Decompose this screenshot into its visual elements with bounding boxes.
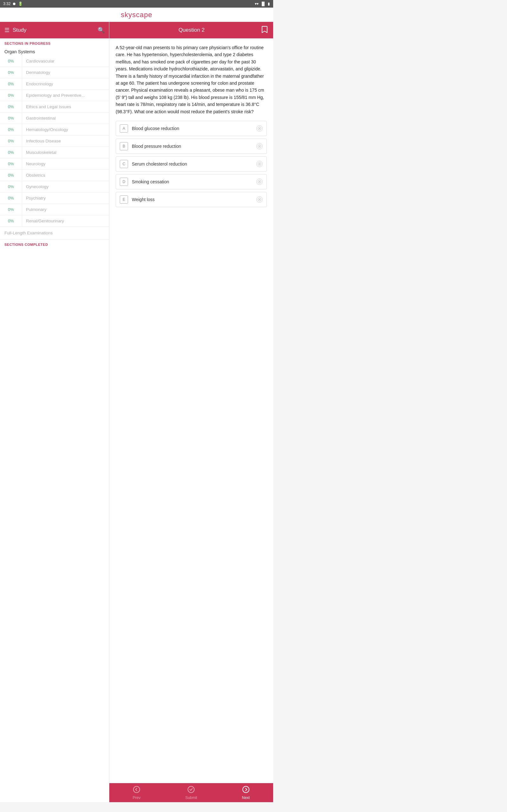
option-e-clear[interactable] — [257, 196, 263, 203]
list-item[interactable]: 0% Cardiovascular — [0, 55, 109, 67]
option-d-label: D — [120, 177, 128, 186]
section-percent: 0% — [0, 67, 22, 78]
bookmark-icon[interactable] — [261, 26, 268, 35]
section-name: Infectious Disease — [22, 136, 109, 147]
question-content: A 52-year-old man presents to his primar… — [109, 38, 273, 783]
status-bar: 3:32 ⏺ 🔋 ▾▾ ▐▌ ▮ — [0, 0, 273, 8]
left-panel: ☰ Study 🔍 SECTIONS IN PROGRESS Organ Sys… — [0, 22, 109, 802]
next-button[interactable]: Next — [219, 783, 273, 802]
section-percent: 0% — [0, 193, 22, 204]
list-item[interactable]: 0% Infectious Disease — [0, 136, 109, 147]
section-name: Neurology — [22, 158, 109, 169]
option-c-clear[interactable] — [257, 161, 263, 167]
list-item[interactable]: 0% Neurology — [0, 158, 109, 170]
time-display: 3:32 — [3, 2, 10, 6]
next-label: Next — [242, 796, 250, 800]
left-header-title: Study — [13, 27, 95, 33]
right-header: Question 2 — [109, 22, 273, 38]
section-percent: 0% — [0, 181, 22, 192]
section-name: Dermatology — [22, 67, 109, 78]
list-item[interactable]: 0% Dermatology — [0, 67, 109, 78]
option-b-text: Blood pressure reduction — [132, 144, 257, 149]
sections-in-progress-label: SECTIONS IN PROGRESS — [0, 38, 109, 47]
section-name: Psychiatry — [22, 193, 109, 204]
list-item[interactable]: 0% Pulmonary — [0, 204, 109, 215]
full-length-examinations[interactable]: Full-Length Examinations — [0, 227, 109, 240]
left-header: ☰ Study 🔍 — [0, 22, 109, 38]
list-item[interactable]: 0% Gastrointestinal — [0, 113, 109, 124]
option-c[interactable]: C Serum cholesterol reduction — [116, 156, 267, 171]
section-percent: 0% — [0, 204, 22, 215]
main-layout: ☰ Study 🔍 SECTIONS IN PROGRESS Organ Sys… — [0, 22, 273, 802]
list-item[interactable]: 0% Obstetrics — [0, 170, 109, 181]
right-panel: Question 2 A 52-year-old man presents to… — [109, 22, 273, 802]
svg-point-17 — [243, 786, 249, 793]
section-name: Gynecology — [22, 181, 109, 192]
prev-icon — [133, 786, 140, 795]
section-percent: 0% — [0, 90, 22, 101]
next-icon — [242, 786, 250, 795]
section-percent: 0% — [0, 101, 22, 112]
section-percent: 0% — [0, 78, 22, 90]
svg-point-15 — [133, 786, 140, 793]
option-d[interactable]: D Smoking cessation — [116, 174, 267, 189]
option-d-clear[interactable] — [257, 179, 263, 185]
list-item[interactable]: 0% Musculoskeletal — [0, 147, 109, 158]
option-b[interactable]: B Blood pressure reduction — [116, 139, 267, 154]
option-b-clear[interactable] — [257, 143, 263, 149]
app-header: skyscape — [0, 8, 273, 22]
section-name: Gastrointestinal — [22, 113, 109, 124]
svg-point-16 — [188, 786, 194, 793]
section-name: Renal/Genitourinary — [22, 215, 109, 226]
organ-systems-label: Organ Systems — [0, 47, 109, 55]
section-name: Ethics and Legal Issues — [22, 101, 109, 112]
option-a-clear[interactable] — [257, 125, 263, 132]
option-d-text: Smoking cessation — [132, 179, 257, 184]
section-name: Pulmonary — [22, 204, 109, 215]
section-percent: 0% — [0, 158, 22, 169]
search-icon[interactable]: 🔍 — [98, 27, 105, 34]
sections-completed-label: SECTIONS COMPLETED — [0, 240, 109, 248]
section-name: Obstetrics — [22, 170, 109, 181]
list-item[interactable]: 0% Renal/Genitourinary — [0, 215, 109, 227]
section-percent: 0% — [0, 136, 22, 147]
wifi-icon: ▾▾ — [255, 2, 259, 6]
prev-label: Prev — [133, 796, 141, 800]
option-c-label: C — [120, 160, 128, 168]
app-title: skyscape — [0, 11, 273, 19]
status-left: 3:32 ⏺ 🔋 — [3, 2, 23, 6]
section-percent: 0% — [0, 170, 22, 181]
section-percent: 0% — [0, 113, 22, 124]
option-e[interactable]: E Weight loss — [116, 192, 267, 207]
list-item[interactable]: 0% Psychiatry — [0, 193, 109, 204]
prev-button[interactable]: Prev — [109, 783, 164, 802]
option-a[interactable]: A Blood glucose reduction — [116, 121, 267, 136]
list-item[interactable]: 0% Hematology/Oncology — [0, 124, 109, 136]
battery-icon: 🔋 — [18, 2, 23, 6]
option-b-label: B — [120, 142, 128, 150]
option-c-text: Serum cholesterol reduction — [132, 161, 257, 166]
menu-icon[interactable]: ☰ — [4, 27, 9, 34]
option-e-text: Weight loss — [132, 197, 257, 202]
question-title: Question 2 — [122, 27, 261, 33]
submit-icon — [187, 786, 195, 795]
section-name: Musculoskeletal — [22, 147, 109, 158]
section-percent: 0% — [0, 215, 22, 226]
section-percent: 0% — [0, 55, 22, 67]
list-item[interactable]: 0% Gynecology — [0, 181, 109, 193]
list-item[interactable]: 0% Endocrinology — [0, 78, 109, 90]
section-list: SECTIONS IN PROGRESS Organ Systems 0% Ca… — [0, 38, 109, 802]
option-a-text: Blood glucose reduction — [132, 126, 257, 131]
section-name: Cardiovascular — [22, 55, 109, 67]
signal-icon: ▐▌ — [261, 2, 266, 6]
option-e-label: E — [120, 195, 128, 204]
section-percent: 0% — [0, 147, 22, 158]
option-a-label: A — [120, 124, 128, 133]
section-percent: 0% — [0, 124, 22, 135]
podcast-icon: ⏺ — [12, 2, 16, 6]
section-name: Hematology/Oncology — [22, 124, 109, 135]
submit-button[interactable]: Submit — [164, 783, 218, 802]
list-item[interactable]: 0% Ethics and Legal Issues — [0, 101, 109, 113]
list-item[interactable]: 0% Epidemiology and Preventive... — [0, 90, 109, 101]
battery-full-icon: ▮ — [268, 2, 270, 6]
